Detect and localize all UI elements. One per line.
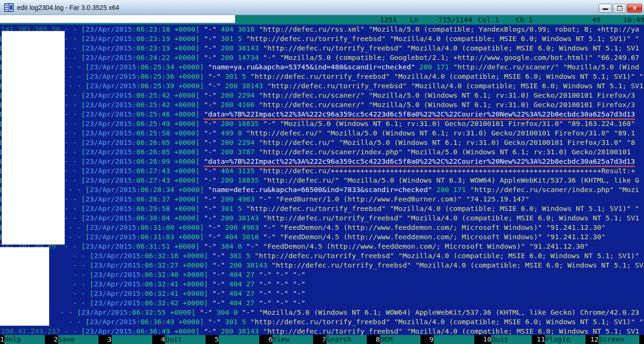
maximize-button[interactable] <box>613 4 626 13</box>
log-line[interactable]: - - [23/Apr/2015:06:32:55 +0000] "-" 304… <box>0 308 644 317</box>
fkey-label: Save <box>58 335 99 344</box>
fkey-label: Quit <box>165 335 206 344</box>
fkey-number: 1 <box>0 335 4 344</box>
log-line[interactable]: - - [23/Apr/2015:06:23:19 +0000] "-" 301… <box>0 34 644 43</box>
fkey-number: 4 <box>161 335 165 344</box>
log-line[interactable]: - - [23/Apr/2015:06:32:42 +0000] "-" 404… <box>0 298 644 308</box>
log-line[interactable]: - - [23/Apr/2015:06:25:34 +0000] "name=y… <box>0 62 644 72</box>
status-column: Col 1 <box>478 15 499 25</box>
log-line[interactable]: - - [23/Apr/2015:06:30:04 +0000] "-" 200… <box>0 213 644 223</box>
minimize-icon: ▬ <box>603 6 608 11</box>
log-line[interactable]: - - [23/Apr/2015:06:32:27 +0000] "-" 200… <box>0 260 644 270</box>
overlay-window-1 <box>2 31 65 244</box>
close-button[interactable]: ✕ <box>627 4 642 13</box>
log-line[interactable]: - - [23/Apr/2015:06:32:18 +0000] "-" 301… <box>0 251 644 260</box>
fkey-label: OEM <box>380 335 421 344</box>
log-line[interactable]: - - [23/Apr/2015:06:25:46 +0000] "data=%… <box>0 109 644 119</box>
fkey-number: 12 <box>590 335 599 344</box>
log-line[interactable]: - - [23/Apr/2015:06:29:58 +0000] "-" 301… <box>0 204 644 213</box>
fkey-label <box>219 335 259 344</box>
fkey-label: Search <box>326 335 367 344</box>
log-line[interactable]: 198.41.243.237 - - [23/Apr/2015:06:36:49… <box>0 327 644 335</box>
status-char: Ch 1 <box>516 15 533 25</box>
fkey-number: 7 <box>322 335 326 344</box>
fkey-number: 6 <box>268 335 272 344</box>
fkey-11[interactable]: 11Plugin <box>537 335 590 344</box>
overlay-window-strip <box>0 15 235 23</box>
fkey-7[interactable]: 7Search <box>322 335 376 344</box>
log-line[interactable]: - - [23/Apr/2015:06:28:37 +0000] "-" 200… <box>0 194 644 204</box>
fkey-6[interactable]: 6View <box>268 335 322 344</box>
log-line[interactable]: - - [23/Apr/2015:06:28:34 +0000] "name=d… <box>0 185 644 194</box>
titlebar: edit log2304.log - Far 3.0.3525 x64 ▬ ✕ <box>0 0 644 15</box>
fkey-number: 11 <box>537 335 545 344</box>
log-line[interactable]: - - [23/Apr/2015:06:31:03 +0000] "-" 404… <box>0 232 644 242</box>
fkey-label <box>434 335 474 344</box>
fkey-label <box>112 335 152 344</box>
fkey-3[interactable]: 3 <box>107 335 161 344</box>
fkey-1[interactable]: 1Help <box>0 335 54 344</box>
status-number: 49 <box>592 15 601 25</box>
fkey-number: 10 <box>483 335 491 344</box>
status-size: 1251 <box>380 15 397 25</box>
log-line[interactable]: - - [23/Apr/2015:06:25:42 +0000] "-" 200… <box>0 91 644 100</box>
status-line-value: 715/1144 <box>438 15 472 25</box>
editor-content[interactable]: 141.101.105.58 - - [23/Apr/2015:06:23:18… <box>0 25 644 335</box>
fkey-2[interactable]: 2Save <box>54 335 107 344</box>
log-line[interactable]: 141.101.99.89 - - [23/Apr/2015:06:31:51 … <box>0 242 644 251</box>
maximize-icon <box>617 6 622 11</box>
fkey-label: Plugin <box>545 335 586 344</box>
fkey-number: 9 <box>429 335 434 344</box>
log-line[interactable]: - - [23/Apr/2015:06:27:43 +0000] "-" 200… <box>0 176 644 185</box>
minimize-button[interactable]: ▬ <box>599 4 612 13</box>
log-line[interactable]: - - [23/Apr/2015:06:32:41 +0000] "-" 404… <box>0 279 644 289</box>
log-line[interactable]: - - [23/Apr/2015:06:26:09 +0000] "data=%… <box>0 157 644 166</box>
fkey-number: 3 <box>107 335 112 344</box>
far-manager-icon <box>4 3 14 12</box>
log-line[interactable]: - - [23/Apr/2015:06:31:00 +0000] "-" 200… <box>0 223 644 232</box>
log-line[interactable]: - - [23/Apr/2015:06:26:05 +0000] "-" 200… <box>0 138 644 147</box>
fkey-label: View <box>272 335 313 344</box>
log-line[interactable]: - - [23/Apr/2015:06:25:49 +0000] "-" 200… <box>0 119 644 128</box>
status-clock: 18:49 <box>623 15 644 25</box>
log-line[interactable]: - - [23/Apr/2015:06:23:19 +0000] "-" 200… <box>0 43 644 53</box>
log-line[interactable]: - - [23/Apr/2015:06:27:43 +0000] "-" 404… <box>0 166 644 176</box>
log-line[interactable]: - - [23/Apr/2015:06:36:49 +0000] "-" 301… <box>0 317 644 327</box>
status-line-label: Ln <box>410 15 418 25</box>
log-line[interactable]: 141.101.105.58 - - [23/Apr/2015:06:23:18… <box>0 25 644 34</box>
fkey-label: Help <box>4 335 45 344</box>
log-line[interactable]: - - [23/Apr/2015:06:24:22 +0000] "-" 200… <box>0 53 644 62</box>
fkey-4[interactable]: 4Quit <box>161 335 215 344</box>
fkey-number: 2 <box>54 335 58 344</box>
fkey-label: Screen <box>599 335 639 344</box>
log-line[interactable]: - - [23/Apr/2015:06:25:39 +0000] "-" 200… <box>0 81 644 91</box>
close-icon: ✕ <box>632 6 636 11</box>
far-editor-window: edit log2304.log - Far 3.0.3525 x64 ▬ ✕ … <box>0 0 644 344</box>
fkey-10[interactable]: 10Quit <box>483 335 537 344</box>
overlay-window-2 <box>0 247 49 326</box>
fkey-9[interactable]: 9 <box>429 335 483 344</box>
fkey-5[interactable]: 5 <box>215 335 268 344</box>
log-line[interactable]: - - [23/Apr/2015:06:25:36 +0000] "-" 301… <box>0 72 644 81</box>
window-title: edit log2304.log - Far 3.0.3525 x64 <box>17 4 119 11</box>
log-line[interactable]: - - [23/Apr/2015:06:25:58 +0000] "-" 499… <box>0 128 644 138</box>
fkey-12[interactable]: 12Screen <box>590 335 644 344</box>
fkey-number: 8 <box>376 335 380 344</box>
fkey-8[interactable]: 8OEM <box>376 335 429 344</box>
fkey-label: Quit <box>491 335 532 344</box>
log-line[interactable]: - - [23/Apr/2015:06:25:42 +0000] "-" 200… <box>0 100 644 109</box>
fkey-number: 5 <box>215 335 219 344</box>
clipped-text-edge <box>0 34 1 244</box>
log-line[interactable]: - - [23/Apr/2015:06:26:05 +0000] "-" 200… <box>0 147 644 157</box>
function-keybar: 1Help2Save34Quit56View7Search8OEM910Quit… <box>0 335 644 344</box>
log-line[interactable]: - - [23/Apr/2015:06:32:41 +0000] "-" 404… <box>0 289 644 298</box>
log-line[interactable]: - - [23/Apr/2015:06:32:40 +0000] "-" 404… <box>0 270 644 279</box>
